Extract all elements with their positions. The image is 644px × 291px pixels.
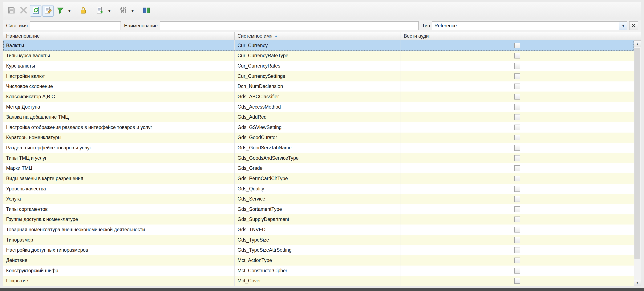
- audit-checkbox[interactable]: [514, 227, 520, 232]
- audit-checkbox[interactable]: [514, 63, 520, 69]
- table-row[interactable]: УслугаGds_Service: [3, 194, 634, 204]
- row-name: Группы доступа к номенклатуре: [3, 214, 234, 225]
- column-header-name[interactable]: Наименование: [3, 32, 234, 40]
- scrollbar-track[interactable]: [634, 47, 641, 279]
- audit-checkbox[interactable]: [514, 104, 520, 110]
- audit-checkbox[interactable]: [514, 176, 520, 182]
- settings-button[interactable]: [118, 5, 129, 16]
- table-row[interactable]: Раздел в интерфейсе товаров и услугGds_G…: [3, 143, 634, 153]
- audit-checkbox[interactable]: [514, 155, 520, 161]
- row-name: Заявка на добавление ТМЦ: [3, 112, 234, 122]
- export-dropdown-button[interactable]: ▾: [107, 5, 112, 16]
- row-name: Типы ТМЦ и услуг: [3, 153, 234, 163]
- row-system-name: Gds_TypeSize: [234, 235, 401, 245]
- close-icon: ✕: [632, 22, 636, 29]
- audit-checkbox[interactable]: [514, 74, 520, 79]
- table-row[interactable]: Настройка отображения разделов в интерфе…: [3, 122, 634, 132]
- column-header-system-name[interactable]: Системное имя ▲: [234, 32, 401, 40]
- audit-checkbox[interactable]: [514, 135, 520, 140]
- filter-dropdown-button[interactable]: ▾: [67, 5, 72, 16]
- row-name: Действие: [3, 255, 234, 266]
- sys-name-input[interactable]: [30, 22, 121, 30]
- save-button[interactable]: [6, 5, 17, 16]
- audit-checkbox[interactable]: [514, 206, 520, 212]
- table-row[interactable]: Настройки валютCur_CurrencySettings: [3, 71, 634, 82]
- row-audit-cell: [401, 245, 634, 256]
- scroll-up-button[interactable]: ▲: [634, 40, 641, 47]
- table-row[interactable]: Числовое склонениеDcn_NumDeclension: [3, 82, 634, 92]
- row-audit-cell: [401, 40, 634, 51]
- scroll-down-button[interactable]: ▼: [634, 279, 641, 286]
- row-audit-cell: [401, 112, 634, 122]
- table-row[interactable]: Настройка доступных типоразмеровGds_Type…: [3, 245, 634, 256]
- table-row[interactable]: Типы курса валютыCur_CurrencyRateType: [3, 51, 634, 61]
- table-row[interactable]: Конструкторский шифрMct_ConstructorCiphe…: [3, 266, 634, 276]
- export-icon: [96, 6, 104, 16]
- audit-checkbox[interactable]: [514, 124, 520, 130]
- row-audit-cell: [401, 266, 634, 276]
- table-row[interactable]: Типы сортаментовGds_SortamentType: [3, 204, 634, 214]
- audit-checkbox[interactable]: [514, 43, 520, 48]
- type-combobox[interactable]: Reference ▾: [432, 22, 628, 30]
- edit-button[interactable]: [42, 5, 54, 16]
- audit-checkbox[interactable]: [514, 247, 520, 253]
- table-row[interactable]: Уровень качестваGds_Quality: [3, 184, 634, 194]
- table-row[interactable]: Марки ТМЦGds_Grade: [3, 163, 634, 174]
- row-name: Курс валюты: [3, 61, 234, 71]
- audit-checkbox[interactable]: [514, 258, 520, 263]
- audit-checkbox[interactable]: [514, 94, 520, 100]
- row-audit-cell: [401, 224, 634, 235]
- table-row[interactable]: Группы доступа к номенклатуреGds_SupplyD…: [3, 214, 634, 225]
- table-row[interactable]: Кураторы номенклатурыGds_GoodCurator: [3, 132, 634, 143]
- clear-filter-button[interactable]: ✕: [629, 22, 638, 30]
- settings-dropdown-button[interactable]: ▾: [130, 5, 135, 16]
- audit-checkbox[interactable]: [514, 216, 520, 222]
- row-audit-cell: [401, 255, 634, 266]
- scrollbar-thumb[interactable]: [634, 48, 640, 259]
- table-row[interactable]: ВалютыCur_Currency: [3, 40, 634, 51]
- save-icon: [7, 6, 16, 16]
- row-name: Типы сортаментов: [3, 204, 234, 214]
- audit-checkbox[interactable]: [514, 166, 520, 171]
- filter-icon: [56, 6, 64, 16]
- audit-checkbox[interactable]: [514, 84, 520, 89]
- table-row[interactable]: Заявка на добавление ТМЦGds_AddReq: [3, 112, 634, 122]
- delete-button[interactable]: [18, 5, 29, 16]
- lock-button[interactable]: [78, 5, 89, 16]
- filter-button[interactable]: [54, 5, 66, 16]
- table-row[interactable]: ТипоразмерGds_TypeSize: [3, 235, 634, 245]
- table-row[interactable]: Типы ТМЦ и услугGds_GoodsAndServiceType: [3, 153, 634, 163]
- chevron-down-icon: ▾: [622, 23, 624, 28]
- book-button[interactable]: [141, 5, 152, 16]
- vertical-scrollbar[interactable]: ▲ ▼: [634, 40, 641, 286]
- refresh-button[interactable]: [30, 5, 42, 16]
- name-input[interactable]: [160, 22, 418, 30]
- table-row[interactable]: Метод ДоступаGds_AccessMethod: [3, 102, 634, 112]
- audit-checkbox[interactable]: [514, 196, 520, 202]
- row-audit-cell: [401, 153, 634, 163]
- row-system-name: Mct_ActionType: [234, 255, 401, 266]
- audit-checkbox[interactable]: [514, 53, 520, 58]
- audit-checkbox[interactable]: [514, 145, 520, 151]
- bottom-strip: [0, 288, 644, 291]
- audit-checkbox[interactable]: [514, 237, 520, 243]
- edit-icon: [44, 6, 52, 16]
- audit-checkbox[interactable]: [514, 268, 520, 274]
- book-icon: [142, 6, 151, 16]
- row-system-name: Gds_GSViewSetting: [234, 122, 401, 132]
- table-row[interactable]: ДействиеMct_ActionType: [3, 255, 634, 266]
- table-row[interactable]: Товарная номенклатура внешнеэкономическо…: [3, 224, 634, 235]
- row-audit-cell: [401, 194, 634, 204]
- column-header-audit[interactable]: Вести аудит: [401, 32, 641, 40]
- table-row[interactable]: ПокрытиеMct_Cover: [3, 276, 634, 286]
- audit-checkbox[interactable]: [514, 114, 520, 120]
- audit-checkbox[interactable]: [514, 186, 520, 192]
- table-row[interactable]: Классификатор A,B,CGds_ABCClassifier: [3, 92, 634, 102]
- row-audit-cell: [401, 61, 634, 71]
- type-combobox-dropdown-button[interactable]: ▾: [619, 22, 627, 30]
- table-row[interactable]: Виды замены в карте разрешенияGds_PermCa…: [3, 174, 634, 184]
- export-button[interactable]: [94, 5, 106, 16]
- table-row[interactable]: Курс валютыCur_CurrencyRates: [3, 61, 634, 71]
- row-system-name: Gds_SupplyDepartment: [234, 214, 401, 225]
- audit-checkbox[interactable]: [514, 278, 520, 284]
